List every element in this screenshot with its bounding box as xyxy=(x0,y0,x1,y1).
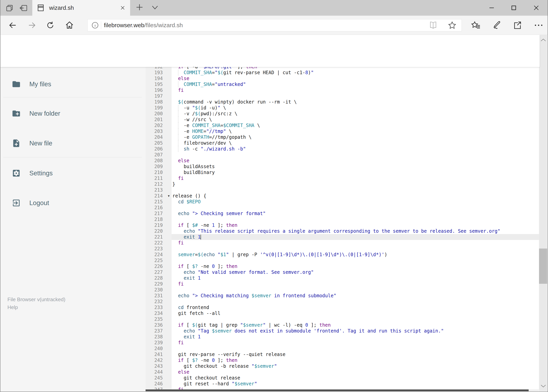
fold-arrow-icon[interactable]: ▼ xyxy=(168,193,170,199)
code-line[interactable]: 235 xyxy=(146,316,540,322)
sidebar-item-settings[interactable]: Settings xyxy=(0,164,146,182)
code-line[interactable]: 193 COMMIT_SHA="$(git rev-parse HEAD | c… xyxy=(146,70,540,76)
code-line[interactable]: 244 else xyxy=(146,369,540,375)
line-number: 244 xyxy=(146,369,172,375)
code-line[interactable]: 208 else xyxy=(146,158,540,164)
code-line[interactable]: 221 exit 1 xyxy=(146,234,540,240)
code-line[interactable]: 231 echo "> Checking matching $semver in… xyxy=(146,293,540,299)
code-line[interactable]: 233 cd frontend xyxy=(146,305,540,310)
window-close-button[interactable] xyxy=(527,0,546,16)
reading-view-icon[interactable] xyxy=(429,21,438,29)
code-line[interactable]: 211 fi xyxy=(146,175,540,181)
code-line[interactable]: 199 -u "$(id -u)" \ xyxy=(146,105,540,111)
code-line[interactable]: 202 -e COMMIT_SHA=$COMMIT_SHA \ xyxy=(146,123,540,128)
sidebar-item-new-folder[interactable]: New folder xyxy=(0,105,146,122)
new-tab-button[interactable] xyxy=(135,3,144,12)
line-number: 201 xyxy=(146,117,172,123)
sidebar-divider xyxy=(3,157,142,158)
vertical-scroll-thumb[interactable] xyxy=(539,249,547,284)
code-line[interactable]: 196 fi xyxy=(146,87,540,93)
sidebar-item-label: My files xyxy=(29,80,51,88)
sidebar-item-new-file[interactable]: New file xyxy=(0,134,146,152)
code-line[interactable]: 238 exit 1 xyxy=(146,334,540,340)
code-line[interactable]: 229 fi xyxy=(146,281,540,287)
tab-list-chevron-icon[interactable] xyxy=(151,5,159,10)
code-line[interactable]: 241 git rev-parse --verify --quiet relea… xyxy=(146,351,540,357)
line-number: 204 xyxy=(146,134,172,140)
code-line[interactable]: 218 xyxy=(146,217,540,222)
horizontal-scroll-thumb[interactable] xyxy=(146,389,529,391)
code-line[interactable]: 220 echo "This release script requires a… xyxy=(146,228,540,234)
set-tabs-aside-icon[interactable] xyxy=(19,4,28,12)
browser-tab[interactable]: wizard.sh xyxy=(32,0,130,16)
code-line[interactable]: 203 -e HOME="//tmp" \ xyxy=(146,128,540,134)
code-line[interactable]: 239 fi xyxy=(146,340,540,346)
logout-icon xyxy=(12,198,21,207)
code-line[interactable]: 237 echo "Tag $semver does not exist in … xyxy=(146,328,540,334)
code-line[interactable]: 212} xyxy=(146,181,540,187)
code-line[interactable]: 234 git fetch --all xyxy=(146,310,540,316)
tab-close-icon[interactable] xyxy=(120,5,125,11)
favorite-star-icon[interactable] xyxy=(448,21,457,29)
code-line[interactable]: 195 COMMIT_SHA="untracked" xyxy=(146,81,540,87)
scroll-up-icon[interactable] xyxy=(541,38,546,42)
sidebar-item-logout[interactable]: Logout xyxy=(0,194,146,212)
help-link[interactable]: Help xyxy=(7,303,65,311)
site-info-icon[interactable] xyxy=(91,21,99,29)
forward-button[interactable] xyxy=(25,16,39,35)
code-line[interactable]: 204 -e GOPATH=//tmp/gopath \ xyxy=(146,134,540,140)
code-editor[interactable]: 192 if [ -d "$REPO/.git" ]; then193 COMM… xyxy=(146,67,540,390)
code-line[interactable]: 232 xyxy=(146,299,540,305)
code-line[interactable]: 207 xyxy=(146,152,540,158)
tab-preview-icon[interactable] xyxy=(6,4,14,12)
code-line[interactable]: 192 if [ -d "$REPO/.git" ]; then xyxy=(146,67,540,70)
back-button[interactable] xyxy=(6,16,20,35)
url-text[interactable]: filebrowser.web/files/wizard.sh xyxy=(104,22,183,28)
code-line[interactable]: 226 if [ $? -ne 0 ]; then xyxy=(146,263,540,269)
code-line[interactable]: 246 git reset --hard "$semver" xyxy=(146,381,540,387)
code-line[interactable]: 222 fi xyxy=(146,240,540,246)
code-line[interactable]: 206 sh -c "./wizard.sh -b" xyxy=(146,146,540,152)
minimize-button[interactable] xyxy=(482,0,501,16)
code-line[interactable]: 236 if [ $(git tag | grep "$semver" | wc… xyxy=(146,322,540,328)
code-line[interactable]: 214▼release () { xyxy=(146,193,540,199)
code-line[interactable]: 197 xyxy=(146,93,540,99)
annotate-pen-icon[interactable] xyxy=(492,21,501,30)
code-line[interactable]: 219 if [ $# -ne 1 ]; then xyxy=(146,222,540,228)
horizontal-scrollbar[interactable] xyxy=(146,389,539,391)
code-line[interactable]: 215 cd $REPO xyxy=(146,199,540,205)
code-line[interactable]: 242 if [ $? -ne 0 ]; then xyxy=(146,357,540,363)
code-line[interactable]: 245 git checkout release xyxy=(146,375,540,381)
url-host: filebrowser.web xyxy=(104,22,144,28)
line-number: 215 xyxy=(146,199,172,205)
maximize-button[interactable] xyxy=(504,0,524,16)
code-line[interactable]: 240 xyxy=(146,346,540,351)
code-text xyxy=(172,217,540,222)
code-line[interactable]: 194 else xyxy=(146,76,540,81)
hub-favorites-icon[interactable] xyxy=(471,21,481,30)
code-line[interactable]: 217 echo "> Checking semver format" xyxy=(146,210,540,217)
code-line[interactable]: 227 echo "Not valid semver format. See s… xyxy=(146,269,540,275)
code-line[interactable]: 243 git checkout -b release "$semver" xyxy=(146,363,540,369)
code-line[interactable]: 224 semver=$(echo "$1" | grep -P '^v(0|[… xyxy=(146,252,540,258)
code-line[interactable]: 205 filebrowser/dev \ xyxy=(146,140,540,146)
code-line[interactable]: 201 -w //src \ xyxy=(146,117,540,123)
code-line[interactable]: 213 xyxy=(146,187,540,193)
code-line[interactable]: 228 exit 1 xyxy=(146,275,540,281)
scroll-down-icon[interactable] xyxy=(541,384,546,388)
code-line[interactable]: 230 xyxy=(146,287,540,293)
sidebar-item-my-files[interactable]: My files xyxy=(0,75,146,93)
address-bar[interactable]: filebrowser.web/files/wizard.sh xyxy=(87,19,462,31)
code-line[interactable]: 209 buildAssets xyxy=(146,164,540,169)
code-line[interactable]: 200 -v /$(pwd):/src:z \ xyxy=(146,111,540,117)
code-line[interactable]: 225 xyxy=(146,258,540,263)
code-line[interactable]: 216 xyxy=(146,205,540,210)
home-button[interactable] xyxy=(62,16,76,35)
code-line[interactable]: 210 buildBinary xyxy=(146,169,540,175)
more-menu-icon[interactable] xyxy=(534,21,544,30)
refresh-button[interactable] xyxy=(43,16,57,35)
share-icon[interactable] xyxy=(513,21,522,30)
code-line[interactable]: 198 $(command -v winpty) docker run --rm… xyxy=(146,99,540,105)
code-line[interactable]: 223 xyxy=(146,246,540,252)
vertical-scrollbar[interactable] xyxy=(539,35,547,391)
